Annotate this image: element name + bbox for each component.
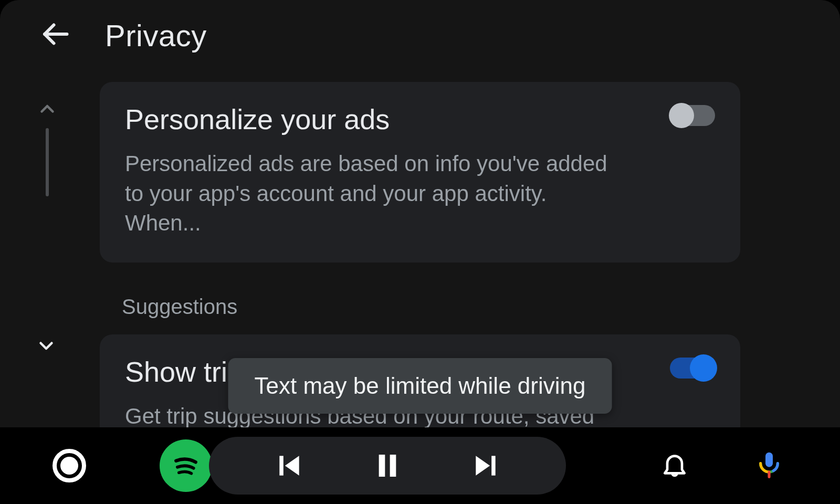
- svg-rect-2: [379, 455, 385, 477]
- scroll-track: [46, 128, 49, 196]
- next-track-button[interactable]: [462, 442, 509, 489]
- svg-rect-1: [280, 456, 284, 475]
- notifications-button[interactable]: [656, 447, 693, 484]
- system-navbar: [0, 427, 840, 504]
- svg-rect-4: [491, 456, 495, 475]
- section-label-suggestions: Suggestions: [122, 295, 740, 319]
- chevron-down-icon[interactable]: [37, 336, 56, 355]
- bell-icon: [660, 450, 689, 481]
- media-controls: [209, 437, 566, 495]
- mic-icon: [754, 450, 784, 481]
- toggle-personalize-ads[interactable]: [670, 105, 715, 126]
- header: Privacy: [37, 17, 207, 54]
- setting-personalize-ads[interactable]: Personalize your ads Personalized ads ar…: [100, 82, 740, 262]
- page-title: Privacy: [105, 18, 207, 53]
- scroll-indicator: [37, 100, 58, 196]
- launcher-button[interactable]: [52, 449, 86, 482]
- toggle-knob: [690, 354, 717, 382]
- arrow-left-icon: [39, 18, 71, 52]
- previous-track-button[interactable]: [266, 442, 313, 489]
- pause-button[interactable]: [364, 442, 411, 489]
- driving-toast: Text may be limited while driving: [228, 358, 612, 414]
- chevron-up-icon[interactable]: [38, 100, 57, 119]
- toggle-trip-suggestion[interactable]: [670, 358, 715, 379]
- setting-description: Personalized ads are based on info you'v…: [125, 149, 618, 238]
- toggle-knob: [669, 103, 694, 128]
- spotify-app-icon[interactable]: [160, 439, 212, 492]
- assistant-mic-button[interactable]: [751, 447, 788, 484]
- back-button[interactable]: [37, 17, 74, 54]
- setting-title: Personalize your ads: [125, 103, 715, 135]
- svg-rect-5: [765, 453, 773, 467]
- svg-rect-3: [390, 455, 396, 477]
